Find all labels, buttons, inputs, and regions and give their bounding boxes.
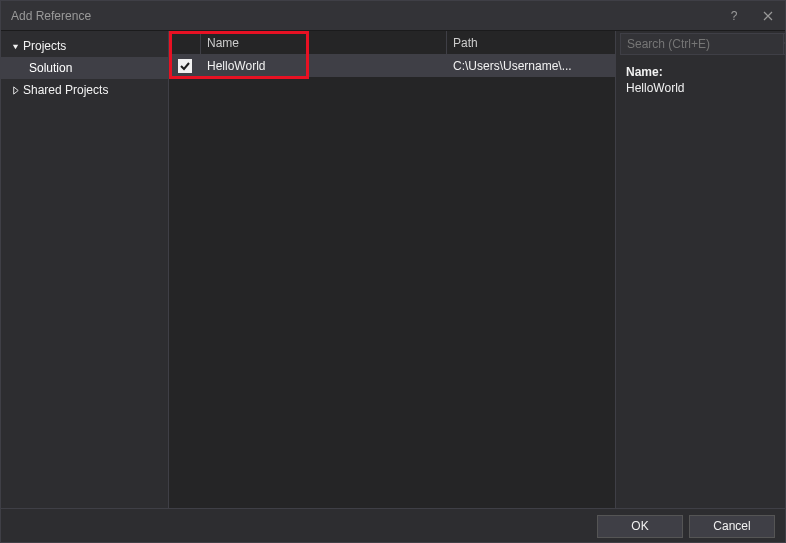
row-path: C:\Users\Username\... [453, 59, 572, 73]
tree-label-shared: Shared Projects [23, 83, 108, 97]
col-name-label: Name [207, 36, 239, 50]
help-icon: ? [731, 9, 738, 23]
checkmark-icon [179, 60, 191, 72]
column-headers: Name Path [169, 31, 615, 55]
col-path-label: Path [453, 36, 478, 50]
checkbox[interactable] [178, 59, 192, 73]
search-input[interactable] [620, 33, 784, 55]
chevron-down-icon [9, 40, 21, 52]
details-name-label: Name: [626, 65, 775, 79]
details-panel: Name: HelloWorld [616, 57, 785, 103]
cell-name: HelloWorld [201, 59, 447, 73]
tree-item-shared-projects[interactable]: Shared Projects [1, 79, 168, 101]
column-header-check [169, 31, 201, 54]
table-row[interactable]: HelloWorld C:\Users\Username\... [169, 55, 615, 77]
cancel-button[interactable]: Cancel [689, 515, 775, 538]
sidebar: Projects Solution Shared Projects [1, 31, 169, 508]
main-area: Projects Solution Shared Projects Name P… [1, 31, 785, 508]
cell-path: C:\Users\Username\... [447, 59, 615, 73]
cell-check [169, 59, 201, 73]
search-row [616, 31, 785, 57]
ok-label: OK [631, 519, 648, 533]
ok-button[interactable]: OK [597, 515, 683, 538]
cancel-label: Cancel [713, 519, 750, 533]
column-header-path[interactable]: Path [447, 31, 615, 54]
close-icon [763, 11, 773, 21]
footer: OK Cancel [1, 508, 785, 543]
tree-label-projects: Projects [23, 39, 66, 53]
titlebar: Add Reference ? [1, 1, 785, 31]
right-pane: Name: HelloWorld [615, 31, 785, 508]
chevron-right-icon [9, 84, 21, 96]
tree-item-projects[interactable]: Projects [1, 35, 168, 57]
details-name-value: HelloWorld [626, 81, 775, 95]
row-name: HelloWorld [207, 59, 265, 73]
close-button[interactable] [751, 1, 785, 31]
column-header-name[interactable]: Name [201, 31, 447, 54]
window-title: Add Reference [11, 9, 717, 23]
help-button[interactable]: ? [717, 1, 751, 31]
tree-label-solution: Solution [29, 61, 72, 75]
tree-item-solution[interactable]: Solution [1, 57, 168, 79]
content-pane: Name Path HelloWorld C:\Users\Username\.… [169, 31, 615, 508]
